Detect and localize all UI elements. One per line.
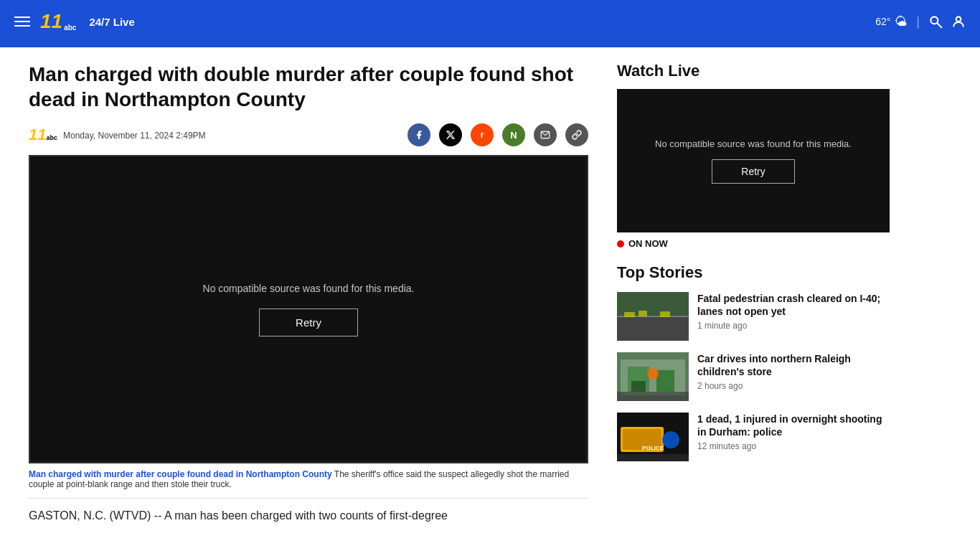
svg-rect-10	[617, 317, 689, 341]
on-now-indicator: ON NOW	[617, 238, 890, 249]
svg-rect-22	[617, 454, 689, 461]
site-header: 11 abc 24/7 Live 62° 🌤 |	[0, 0, 980, 43]
weather-icon: 🌤	[895, 14, 908, 29]
svg-rect-8	[639, 311, 647, 316]
article-column: Man charged with double murder after cou…	[29, 62, 588, 524]
watch-live-player[interactable]: No compatible source was found for this …	[617, 89, 890, 232]
share-link-button[interactable]	[565, 123, 588, 146]
share-x-button[interactable]	[439, 123, 462, 146]
header-divider: |	[916, 14, 920, 29]
sidebar: Watch Live No compatible source was foun…	[617, 62, 890, 524]
author-logo-number: 11	[29, 126, 46, 144]
caption-bold: Man charged with murder after couple fou…	[29, 469, 332, 479]
svg-rect-9	[660, 311, 670, 317]
hamburger-menu[interactable]	[14, 17, 30, 27]
video-retry-button[interactable]: Retry	[259, 309, 358, 336]
video-error-message: No compatible source was found for this …	[203, 283, 415, 294]
watch-live-retry-button[interactable]: Retry	[712, 159, 794, 184]
svg-point-21	[662, 431, 679, 448]
story-item: Car drives into northern Raleigh childre…	[617, 352, 890, 401]
share-reddit-button[interactable]: r	[471, 123, 494, 146]
share-icons-row: r N	[407, 123, 588, 146]
svg-rect-7	[624, 312, 635, 318]
story-thumbnail[interactable]: POLICE	[617, 413, 689, 461]
watch-live-heading: Watch Live	[617, 62, 890, 80]
share-facebook-button[interactable]	[407, 123, 430, 146]
user-account-button[interactable]	[951, 14, 966, 29]
main-layout: Man charged with double murder after cou…	[0, 47, 980, 539]
story-thumbnail[interactable]	[617, 352, 689, 401]
publish-date: Monday, November 11, 2024 2:49PM	[63, 131, 206, 141]
logo-number: 11	[40, 11, 62, 32]
article-title: Man charged with double murder after cou…	[29, 62, 588, 112]
share-newsvine-button[interactable]: N	[502, 123, 525, 146]
story-item: POLICE 1 dead, 1 injured in overnight sh…	[617, 413, 890, 461]
author-row: 11 abc Monday, November 11, 2024 2:49PM …	[29, 123, 588, 146]
svg-rect-14	[656, 370, 674, 392]
svg-rect-15	[631, 381, 646, 392]
svg-point-17	[647, 368, 659, 380]
video-caption: Man charged with murder after couple fou…	[29, 469, 588, 499]
weather-widget: 62° 🌤	[875, 14, 908, 29]
svg-text:POLICE: POLICE	[642, 445, 664, 451]
logo-abc: abc	[64, 24, 76, 32]
story-headline[interactable]: Fatal pedestrian crash cleared on I-40; …	[697, 292, 890, 318]
temperature-value: 62°	[875, 16, 890, 27]
story-headline[interactable]: Car drives into northern Raleigh childre…	[697, 352, 890, 378]
watch-live-error-message: No compatible source was found for this …	[655, 138, 852, 149]
story-thumbnail[interactable]	[617, 292, 689, 341]
top-stories-heading: Top Stories	[617, 263, 890, 282]
top-stories-list: Fatal pedestrian crash cleared on I-40; …	[617, 292, 890, 461]
story-info: 1 dead, 1 injured in overnight shooting …	[697, 413, 890, 451]
site-logo[interactable]: 11 abc	[40, 11, 76, 32]
author-logo-abc: abc	[46, 134, 57, 141]
story-info: Fatal pedestrian crash cleared on I-40; …	[697, 292, 890, 331]
story-headline[interactable]: 1 dead, 1 injured in overnight shooting …	[697, 413, 890, 438]
on-now-dot	[617, 240, 624, 248]
article-body: GASTON, N.C. (WTVD) -- A man has been ch…	[29, 507, 588, 524]
video-player[interactable]: No compatible source was found for this …	[29, 155, 588, 463]
svg-point-2	[956, 17, 961, 22]
header-right: 62° 🌤 |	[875, 14, 966, 29]
author-logo-container: 11 abc	[29, 126, 57, 144]
on-now-label: ON NOW	[628, 238, 668, 249]
story-info: Car drives into northern Raleigh childre…	[697, 352, 890, 391]
story-time: 1 minute ago	[697, 321, 890, 331]
story-time: 2 hours ago	[697, 381, 890, 391]
story-item: Fatal pedestrian crash cleared on I-40; …	[617, 292, 890, 341]
search-button[interactable]	[928, 14, 943, 29]
header-left: 11 abc 24/7 Live	[14, 11, 135, 32]
svg-line-1	[938, 24, 942, 28]
live-label[interactable]: 24/7 Live	[89, 16, 134, 28]
share-email-button[interactable]	[534, 123, 557, 146]
story-time: 12 minutes ago	[697, 441, 890, 451]
author-info: 11 abc Monday, November 11, 2024 2:49PM	[29, 126, 206, 144]
svg-rect-16	[617, 392, 689, 401]
